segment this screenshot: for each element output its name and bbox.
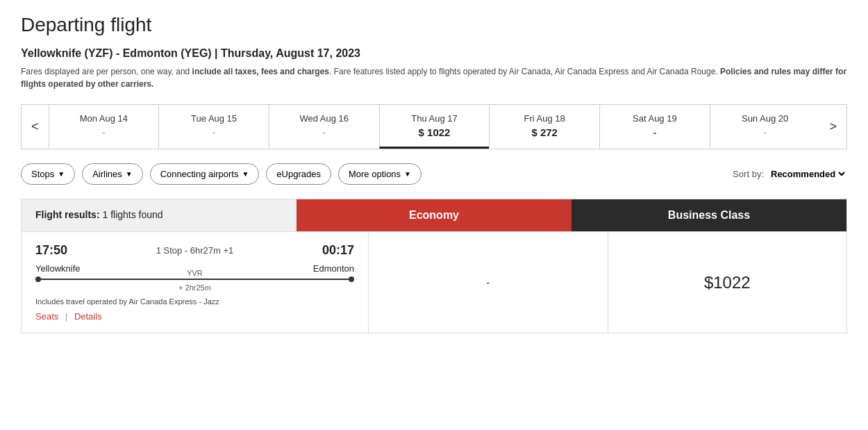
prev-date-button[interactable]: < (22, 105, 49, 149)
fare-notice: Fares displayed are per person, one way,… (21, 65, 847, 90)
date-label-5: Sat Aug 19 (606, 113, 704, 124)
date-cell-4[interactable]: Fri Aug 18 $ 272 (489, 105, 599, 149)
results-label: Flight results: (35, 209, 100, 220)
layover-label: + 2hr25m (35, 283, 354, 292)
sort-select[interactable]: Recommended Price Duration (768, 168, 847, 180)
flight-actions: Seats | Details (35, 311, 354, 322)
next-date-button[interactable]: > (819, 105, 846, 149)
flight-info-section: 17:50 1 Stop - 6hr27m +1 00:17 Yellowkni… (22, 232, 369, 333)
date-label-3: Thu Aug 17 (385, 113, 484, 124)
date-price-6: - (716, 126, 815, 138)
arrive-time: 00:17 (322, 243, 354, 258)
connecting-airports-filter-button[interactable]: Connecting airports ▼ (150, 163, 260, 185)
date-cell-1[interactable]: Tue Aug 15 - (158, 105, 269, 149)
business-price-value: $1022 (704, 273, 751, 292)
date-cell-6[interactable]: Sun Aug 20 - (710, 105, 820, 149)
airlines-arrow-icon: ▼ (126, 170, 133, 178)
stops-arrow-icon: ▼ (58, 170, 65, 178)
date-price-1: - (165, 126, 263, 138)
flight-duration: 1 Stop - 6hr27m +1 (156, 245, 234, 256)
date-selector: < Mon Aug 14 - Tue Aug 15 - Wed Aug 16 -… (21, 104, 847, 149)
action-separator: | (65, 311, 67, 322)
flight-times: 17:50 1 Stop - 6hr27m +1 00:17 (35, 243, 354, 258)
date-cell-0[interactable]: Mon Aug 14 - (49, 105, 159, 149)
date-cell-5[interactable]: Sat Aug 19 - (599, 105, 710, 149)
page-title: Departing flight (21, 14, 847, 36)
connecting-arrow-icon: ▼ (242, 170, 249, 178)
seats-link[interactable]: Seats (35, 311, 58, 322)
business-class-tab[interactable]: Business Class (571, 199, 846, 231)
date-cell-3[interactable]: Thu Aug 17 $ 1022 (379, 105, 490, 149)
date-price-2: - (275, 126, 374, 138)
economy-price-dash: - (486, 277, 490, 288)
flight-note: Includes travel operated by Air Canada E… (35, 297, 354, 306)
flight-line: YVR (35, 276, 354, 282)
economy-price-cell: - (369, 232, 608, 333)
flight-line-segment: YVR (41, 279, 349, 280)
date-label-0: Mon Aug 14 (55, 113, 153, 124)
date-label-1: Tue Aug 15 (165, 113, 263, 124)
business-price-cell: $1022 (608, 232, 847, 333)
flight-result-row: 17:50 1 Stop - 6hr27m +1 00:17 Yellowkni… (21, 231, 847, 333)
route-title: Yellowknife (YZF) - Edmonton (YEG) | Thu… (21, 47, 847, 60)
date-label-6: Sun Aug 20 (716, 113, 815, 124)
filters-bar: Stops ▼ Airlines ▼ Connecting airports ▼… (21, 163, 847, 185)
details-link[interactable]: Details (74, 311, 102, 322)
date-price-4: $ 272 (495, 126, 594, 138)
results-count: 1 flights found (102, 209, 162, 220)
eupgrades-filter-button[interactable]: eUpgrades (266, 163, 331, 185)
stops-filter-button[interactable]: Stops ▼ (21, 163, 75, 185)
economy-tab[interactable]: Economy (297, 199, 571, 231)
dest-dot (349, 276, 354, 282)
date-price-3: $ 1022 (385, 126, 484, 138)
flight-destination: Edmonton (313, 263, 354, 274)
date-cell-2[interactable]: Wed Aug 16 - (269, 105, 379, 149)
origin-dot (35, 276, 41, 282)
date-label-4: Fri Aug 18 (495, 113, 594, 124)
sort-label: Sort by: (733, 169, 764, 179)
stop-code-label: YVR (187, 269, 203, 277)
more-options-arrow-icon: ▼ (404, 170, 411, 178)
date-price-0: - (55, 126, 153, 138)
depart-time: 17:50 (35, 243, 67, 258)
sort-area: Sort by: Recommended Price Duration (733, 168, 847, 180)
date-label-2: Wed Aug 16 (275, 113, 374, 124)
more-options-filter-button[interactable]: More options ▼ (338, 163, 422, 185)
page-container: Departing flight Yellowknife (YZF) - Edm… (0, 0, 868, 347)
flight-origin: Yellowknife (35, 263, 81, 274)
results-info: Flight results: 1 flights found (22, 199, 297, 231)
date-price-5: - (606, 126, 704, 138)
results-bar: Flight results: 1 flights found Economy … (21, 199, 847, 231)
airlines-filter-button[interactable]: Airlines ▼ (82, 163, 143, 185)
